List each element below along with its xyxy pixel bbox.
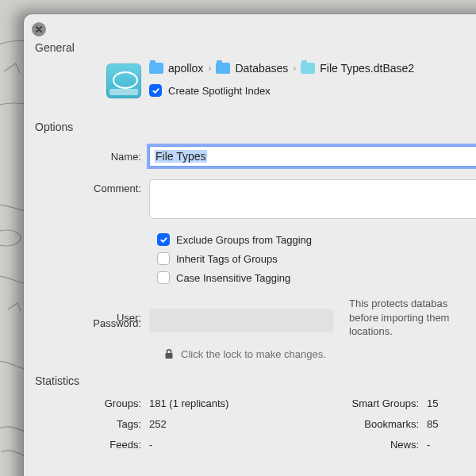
stats-feeds-value: - bbox=[149, 439, 304, 451]
settings-window: General apollox › Databases › File Type bbox=[24, 14, 476, 476]
stats-bookmarks-label: Bookmarks: bbox=[304, 418, 427, 430]
stats-news-label: News: bbox=[304, 439, 427, 451]
breadcrumb-seg-2[interactable]: Databases bbox=[235, 62, 288, 75]
name-label: Name: bbox=[30, 151, 149, 163]
comment-textarea[interactable] bbox=[149, 179, 476, 219]
exclude-label: Exclude Groups from Tagging bbox=[176, 234, 312, 246]
statistics: Groups: 181 (1 replicants) Smart Groups:… bbox=[30, 393, 476, 455]
section-options-title: Options bbox=[24, 121, 476, 133]
database-file-icon bbox=[301, 63, 315, 74]
lock-icon[interactable] bbox=[163, 348, 175, 359]
hint-l1: This protects databas bbox=[349, 297, 449, 311]
close-button[interactable] bbox=[32, 22, 46, 36]
breadcrumb-seg-1[interactable]: apollox bbox=[168, 62, 203, 75]
name-input[interactable]: File Types bbox=[149, 146, 476, 167]
hint-l2: before importing them bbox=[349, 311, 449, 325]
database-icon bbox=[106, 63, 141, 98]
name-input-value: File Types bbox=[155, 150, 207, 163]
stats-tags-value: 252 bbox=[149, 418, 304, 430]
spotlight-label: Create Spotlight Index bbox=[168, 85, 271, 97]
stats-tags-label: Tags: bbox=[30, 418, 149, 430]
stats-groups-value: 181 (1 replicants) bbox=[149, 397, 304, 409]
stats-smart-label: Smart Groups: bbox=[304, 397, 427, 409]
stats-feeds-label: Feeds: bbox=[30, 439, 149, 451]
hint-l3: locations. bbox=[349, 324, 449, 339]
folder-icon bbox=[216, 63, 230, 74]
stats-groups-label: Groups: bbox=[30, 397, 149, 409]
caseins-checkbox[interactable] bbox=[157, 271, 170, 284]
lock-text: Click the lock to make changes. bbox=[181, 348, 326, 360]
section-statistics-title: Statistics bbox=[24, 374, 476, 387]
stats-bookmarks-value: 85 bbox=[427, 418, 438, 430]
svg-rect-2 bbox=[166, 353, 173, 359]
password-input bbox=[149, 315, 333, 332]
chevron-right-icon: › bbox=[293, 63, 296, 74]
stats-smart-value: 15 bbox=[427, 397, 438, 409]
inherit-checkbox[interactable] bbox=[157, 252, 170, 265]
spotlight-checkbox[interactable] bbox=[149, 84, 162, 97]
inherit-label: Inherit Tags of Groups bbox=[176, 253, 278, 265]
folder-icon bbox=[149, 63, 163, 74]
breadcrumb[interactable]: apollox › Databases › File Types.dtBase2 bbox=[149, 62, 476, 75]
caseins-label: Case Insensitive Tagging bbox=[176, 272, 290, 284]
comment-label: Comment: bbox=[30, 179, 149, 194]
chevron-right-icon: › bbox=[208, 63, 211, 74]
password-label: Password: bbox=[30, 317, 149, 329]
breadcrumb-seg-3[interactable]: File Types.dtBase2 bbox=[320, 62, 414, 75]
section-general-title: General bbox=[24, 41, 476, 54]
exclude-checkbox[interactable] bbox=[157, 233, 170, 246]
stats-news-value: - bbox=[427, 439, 430, 451]
